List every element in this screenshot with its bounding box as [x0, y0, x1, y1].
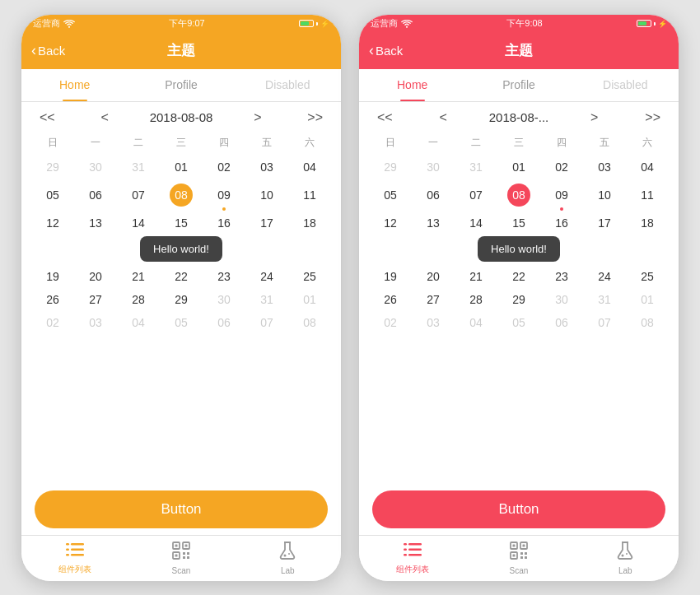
calendar-day[interactable]: 08 — [626, 311, 669, 334]
calendar-day[interactable]: 02 — [203, 156, 245, 179]
calendar-day[interactable]: 22 — [160, 265, 203, 288]
cal-prev-prev-btn[interactable]: << — [35, 109, 60, 127]
calendar-day[interactable]: 16 — [540, 212, 583, 235]
back-button[interactable]: ‹ Back — [31, 42, 65, 59]
bottom-tab-组件列表[interactable]: 组件列表 — [359, 541, 465, 575]
calendar-day[interactable]: 06 — [203, 311, 245, 334]
calendar-day[interactable]: 04 — [626, 156, 669, 179]
calendar-day[interactable]: 09 — [540, 179, 583, 212]
main-button[interactable]: Button — [35, 490, 328, 528]
calendar-day[interactable]: 20 — [412, 265, 455, 288]
bottom-tab-Scan[interactable]: Scan — [465, 542, 572, 575]
calendar-day[interactable]: 18 — [626, 212, 669, 235]
top-tab-Profile[interactable]: Profile — [128, 69, 234, 101]
calendar-day[interactable]: 27 — [412, 288, 455, 311]
calendar-day[interactable]: 17 — [583, 212, 626, 235]
calendar-day[interactable]: 01 — [288, 288, 331, 311]
calendar-day[interactable]: 13 — [412, 212, 455, 235]
calendar-day[interactable]: 15 — [160, 212, 203, 235]
back-button[interactable]: ‹ Back — [369, 42, 403, 59]
calendar-day[interactable]: 26 — [369, 288, 412, 311]
calendar-day[interactable]: 01 — [626, 288, 669, 311]
calendar-day[interactable]: 28 — [117, 288, 160, 311]
calendar-day[interactable]: 07 — [583, 311, 626, 334]
cal-next-btn[interactable]: > — [586, 109, 603, 127]
calendar-day[interactable]: 20 — [74, 265, 117, 288]
bottom-tab-Scan[interactable]: Scan — [128, 542, 234, 575]
cal-next-btn[interactable]: > — [249, 109, 266, 127]
calendar-day[interactable]: 12 — [369, 212, 412, 235]
cal-prev-btn[interactable]: < — [435, 109, 452, 127]
calendar-day[interactable]: 01 — [497, 156, 540, 179]
calendar-day[interactable]: 05 — [369, 179, 412, 212]
calendar-day[interactable]: 21 — [455, 265, 497, 288]
calendar-day[interactable]: 14 — [455, 212, 497, 235]
calendar-day[interactable]: 15 — [497, 212, 540, 235]
calendar-day[interactable]: 31 — [455, 156, 497, 179]
top-tab-Profile[interactable]: Profile — [465, 69, 572, 101]
calendar-day[interactable]: 17 — [245, 212, 288, 235]
calendar-day[interactable]: 04 — [288, 156, 331, 179]
bottom-tab-Lab[interactable]: Lab — [235, 542, 341, 575]
cal-prev-btn[interactable]: < — [96, 109, 113, 127]
calendar-day[interactable]: 09 — [203, 179, 245, 212]
calendar-day[interactable]: 21 — [117, 265, 160, 288]
cal-prev-prev-btn[interactable]: << — [372, 109, 398, 127]
calendar-day[interactable]: 06 — [540, 311, 583, 334]
calendar-day[interactable]: 02 — [369, 311, 412, 334]
bottom-tab-组件列表[interactable]: 组件列表 — [21, 541, 128, 575]
calendar-day[interactable]: 03 — [412, 311, 455, 334]
calendar-day[interactable]: 25 — [288, 265, 331, 288]
calendar-day[interactable]: 07 — [455, 179, 497, 212]
calendar-day[interactable]: 03 — [245, 156, 288, 179]
calendar-day[interactable]: 08 — [160, 179, 203, 212]
calendar-day[interactable]: 11 — [288, 179, 331, 212]
calendar-day[interactable]: 06 — [412, 179, 455, 212]
calendar-day[interactable]: 25 — [626, 265, 669, 288]
calendar-day[interactable]: 23 — [203, 265, 245, 288]
calendar-day[interactable]: 07 — [245, 311, 288, 334]
calendar-day[interactable]: 29 — [160, 288, 203, 311]
calendar-day[interactable]: 14 — [117, 212, 160, 235]
calendar-day[interactable]: 23 — [540, 265, 583, 288]
calendar-day[interactable]: 24 — [583, 265, 626, 288]
calendar-day[interactable]: 05 — [31, 179, 74, 212]
calendar-day[interactable]: 13 — [74, 212, 117, 235]
calendar-day[interactable]: 11 — [626, 179, 669, 212]
calendar-day[interactable]: 22 — [497, 265, 540, 288]
calendar-day[interactable]: 03 — [583, 156, 626, 179]
cal-next-next-btn[interactable]: >> — [302, 109, 328, 127]
calendar-day[interactable]: 10 — [245, 179, 288, 212]
calendar-day[interactable]: 31 — [245, 288, 288, 311]
calendar-day[interactable]: 05 — [160, 311, 203, 334]
calendar-day[interactable]: 10 — [583, 179, 626, 212]
calendar-day[interactable]: 12 — [31, 212, 74, 235]
calendar-day[interactable]: 30 — [540, 288, 583, 311]
calendar-day[interactable]: 31 — [117, 156, 160, 179]
bottom-tab-Lab[interactable]: Lab — [572, 542, 679, 575]
calendar-day[interactable]: 30 — [203, 288, 245, 311]
calendar-day[interactable]: 29 — [31, 156, 74, 179]
calendar-day[interactable]: 30 — [74, 156, 117, 179]
calendar-day[interactable]: 07 — [117, 179, 160, 212]
cal-next-next-btn[interactable]: >> — [640, 109, 665, 127]
calendar-day[interactable]: 27 — [74, 288, 117, 311]
calendar-day[interactable]: 18 — [288, 212, 331, 235]
calendar-day[interactable]: 08 — [497, 179, 540, 212]
calendar-day[interactable]: 30 — [412, 156, 455, 179]
calendar-day[interactable]: 05 — [497, 311, 540, 334]
main-button[interactable]: Button — [372, 490, 665, 528]
calendar-day[interactable]: 26 — [31, 288, 74, 311]
calendar-day[interactable]: 01 — [160, 156, 203, 179]
calendar-day[interactable]: 03 — [74, 311, 117, 334]
calendar-day[interactable]: 16 — [203, 212, 245, 235]
calendar-day[interactable]: 02 — [31, 311, 74, 334]
calendar-day[interactable]: 04 — [117, 311, 160, 334]
calendar-day[interactable]: 29 — [497, 288, 540, 311]
calendar-day[interactable]: 08 — [288, 311, 331, 334]
calendar-day[interactable]: 04 — [455, 311, 497, 334]
calendar-day[interactable]: 28 — [455, 288, 497, 311]
top-tab-Home[interactable]: Home — [21, 69, 128, 101]
calendar-day[interactable]: 19 — [369, 265, 412, 288]
calendar-day[interactable]: 19 — [31, 265, 74, 288]
